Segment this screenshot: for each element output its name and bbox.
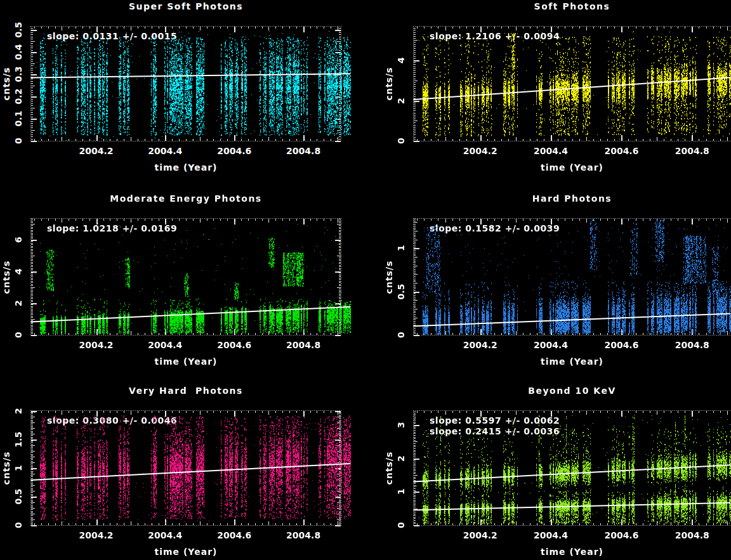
photon-lightcurves-figure: Super Soft Photons slope: 0.0131 +/- 0.0… [0,0,731,560]
scatter-plot-canvas [413,26,731,142]
panel-title: Moderate Energy Photons [30,193,341,204]
x-axis-label: time (Year) [509,547,636,557]
y-tick-label: 0 [396,119,406,163]
y-tick-label: 1.5 [13,417,23,462]
y-tick-label: 0.5 [13,8,23,52]
x-tick-label: 2004.2 [74,146,118,156]
x-tick-label: 2004.2 [74,530,118,540]
slope-annotation: slope: 0.5597 +/- 0.0062 [430,415,560,426]
panel-moderate-energy-photons: Moderate Energy Photons slope: 1.0218 +/… [0,0,731,560]
x-axis-label: time (Year) [509,162,636,173]
y-tick-label: 0.5 [13,474,23,519]
y-tick-label: 3 [396,403,406,447]
scatter-plot-canvas [30,218,352,336]
slope-annotations: slope: 1.2106 +/- 0.0094 [430,31,560,42]
x-axis-label: time (Year) [509,356,636,367]
x-tick-label: 2004.6 [212,146,256,156]
x-tick-label: 2004.8 [670,340,715,350]
x-tick-label: 2004.6 [599,340,643,350]
y-tick-label: 0.5 [396,270,406,314]
x-tick-label: 2004.4 [143,340,187,350]
panel-very-hard-photons: Very Hard Photons slope: 0.3080 +/- 0.00… [0,0,731,560]
x-tick-label: 2004.2 [458,340,503,350]
y-axis-label: cnts/s [384,440,394,497]
x-tick-label: 2004.4 [529,530,573,540]
y-tick-label: 0 [13,313,23,357]
panel-super-soft-photons: Super Soft Photons slope: 0.0131 +/- 0.0… [0,0,731,560]
slope-annotation: slope: 0.1582 +/- 0.0039 [430,223,560,234]
y-tick-label: 0.2 [13,74,23,119]
y-tick-label: 0.1 [13,96,23,141]
slope-annotations: slope: 1.0218 +/- 0.0169 [47,223,177,234]
x-tick-label: 2004.6 [212,530,256,540]
panel-title: Very Hard Photons [30,386,341,396]
slope-annotations: slope: 0.3080 +/- 0.0046 [47,415,177,426]
panel-soft-photons: Soft Photons slope: 1.2106 +/- 0.0094 cn… [0,0,731,560]
x-tick-label: 2004.8 [670,146,715,156]
y-tick-label: 1 [13,446,23,490]
x-tick-label: 2004.4 [143,146,187,156]
scatter-plot-canvas [30,410,352,526]
x-tick-label: 2004.2 [74,340,118,350]
x-tick-label: 2004.2 [458,146,503,156]
x-axis-label: time (Year) [122,162,249,173]
slope-annotation: slope: 0.3080 +/- 0.0046 [47,415,177,426]
x-tick-label: 2004.4 [143,530,187,540]
slope-annotations: slope: 0.5597 +/- 0.0062 slope: 0.2415 +… [430,415,560,437]
y-tick-label: 0 [396,313,406,357]
y-tick-label: 4 [396,38,406,82]
scatter-plot-canvas [413,218,731,336]
panel-title: Soft Photons [413,1,731,11]
y-axis-label: cnts/s [384,249,394,306]
y-tick-label: 0 [396,503,406,547]
x-tick-label: 2004.8 [670,530,715,540]
x-tick-label: 2004.4 [529,146,573,156]
panel-beyond-10-kev: Beyond 10 KeV slope: 0.5597 +/- 0.0062 s… [0,0,731,560]
panel-hard-photons: Hard Photons slope: 0.1582 +/- 0.0039 cn… [0,0,731,560]
y-tick-label: 1 [396,226,406,270]
y-tick-label: 0 [13,503,23,547]
slope-annotation: slope: 1.0218 +/- 0.0169 [47,223,177,234]
x-axis-label: time (Year) [122,356,249,367]
scatter-plot-canvas [413,410,731,526]
y-tick-label: 0.4 [13,30,23,74]
x-tick-label: 2004.4 [529,340,573,350]
panel-title: Beyond 10 KeV [413,386,731,396]
x-tick-label: 2004.2 [458,530,503,540]
slope-annotation: slope: 0.0131 +/- 0.0015 [47,31,177,42]
panel-title: Hard Photons [413,193,731,204]
y-axis-label: cnts/s [384,55,394,112]
x-tick-label: 2004.8 [281,530,326,540]
y-tick-label: 1 [396,469,406,514]
y-tick-label: 2 [396,79,406,123]
slope-annotation: slope: 0.2415 +/- 0.0036 [430,426,560,437]
x-tick-label: 2004.6 [599,146,643,156]
y-axis-label: cnts/s [1,55,11,112]
slope-annotation: slope: 1.2106 +/- 0.0094 [430,31,560,42]
y-tick-label: 6 [13,218,23,262]
y-axis-label: cnts/s [1,249,11,306]
y-tick-label: 2 [13,281,23,325]
slope-annotations: slope: 0.0131 +/- 0.0015 [47,31,177,42]
x-tick-label: 2004.8 [281,340,326,350]
y-tick-label: 0 [13,119,23,163]
x-tick-label: 2004.6 [212,340,256,350]
x-tick-label: 2004.6 [599,530,643,540]
y-axis-label: cnts/s [1,440,11,497]
y-tick-label: 2 [396,436,406,481]
x-tick-label: 2004.8 [281,146,326,156]
x-axis-label: time (Year) [122,547,249,557]
y-tick-label: 2 [13,389,23,433]
y-tick-label: 0.3 [13,52,23,96]
panel-title: Super Soft Photons [30,1,341,11]
scatter-plot-canvas [30,26,352,142]
slope-annotations: slope: 0.1582 +/- 0.0039 [430,223,560,234]
y-tick-label: 4 [13,249,23,294]
